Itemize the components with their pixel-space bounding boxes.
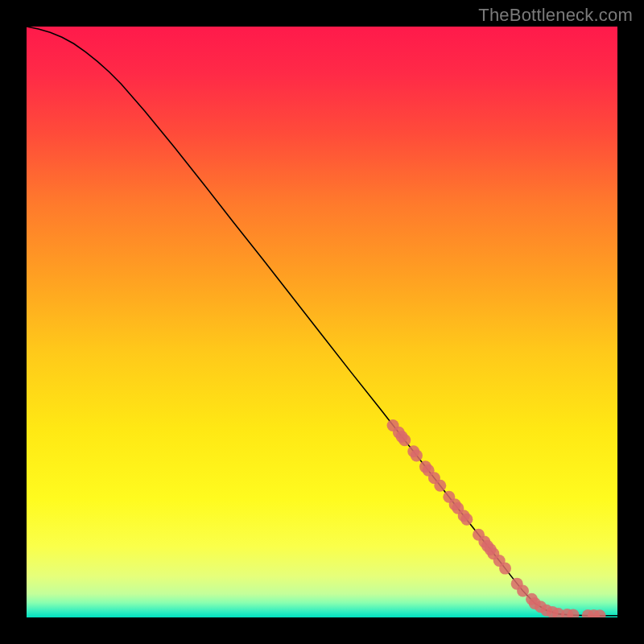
watermark-text: TheBottleneck.com [478,5,633,26]
chart-background [27,27,617,617]
marker-point [460,514,473,526]
chart-svg [27,27,617,617]
marker-point [398,434,411,446]
marker-point [517,584,529,597]
marker-point [411,449,423,461]
chart-plot-area [27,27,617,617]
marker-point [499,563,511,575]
marker-point [434,480,446,492]
